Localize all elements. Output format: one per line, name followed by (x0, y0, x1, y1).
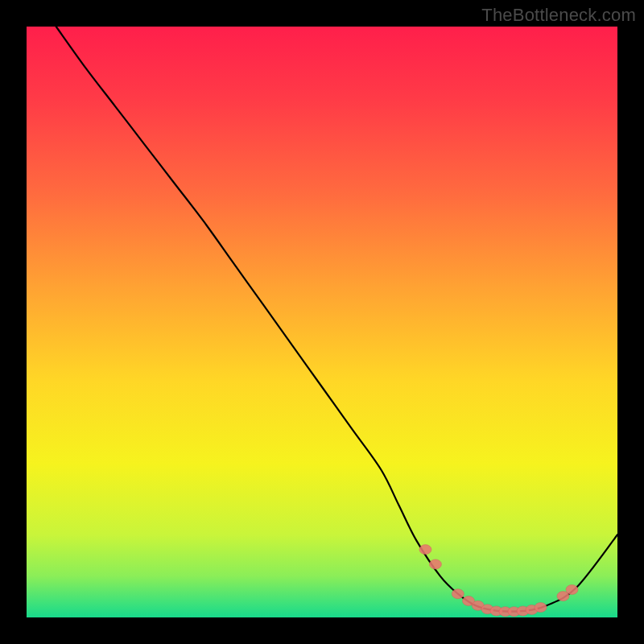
highlight-dot (566, 585, 578, 595)
highlight-dot (535, 603, 547, 613)
chart-frame: TheBottleneck.com (0, 0, 644, 644)
highlight-dot (452, 589, 464, 599)
highlight-dot (429, 559, 441, 569)
plot-area (27, 27, 617, 617)
bottleneck-curve (56, 27, 617, 612)
watermark-text: TheBottleneck.com (481, 5, 636, 26)
curve-layer (27, 27, 617, 617)
highlight-dot (419, 545, 431, 555)
